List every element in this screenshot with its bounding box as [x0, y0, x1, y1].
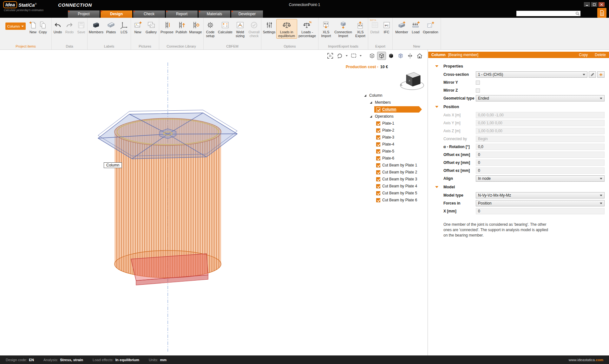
tab-project[interactable]: Project [68, 10, 100, 18]
settings-button[interactable]: Settings [262, 19, 276, 35]
tree-item-plate-5[interactable]: Plate-5 [362, 148, 428, 155]
status-load-effects[interactable]: Load effects:In equilibrium [93, 358, 139, 362]
new-load-button[interactable]: Load [410, 19, 422, 35]
manage-button[interactable]: Manage [189, 19, 203, 35]
expander-icon[interactable] [370, 115, 372, 118]
base-plate-red[interactable] [131, 254, 208, 285]
expander-icon[interactable] [370, 101, 372, 104]
propose-button[interactable]: Propose [160, 19, 174, 35]
checkbox-checked-icon[interactable] [376, 121, 380, 126]
gallery-button[interactable]: Gallery [144, 19, 158, 35]
geometrical-type-select[interactable]: Ended [476, 95, 605, 101]
weld-sizing-button[interactable]: Weld sizing [233, 19, 247, 38]
mirror-y-checkbox[interactable] [476, 81, 480, 85]
tab-report[interactable]: Report [166, 10, 198, 18]
detail-export-button[interactable]: BETA Detail [369, 19, 381, 35]
status-units[interactable]: Units:mm [149, 358, 167, 362]
xls-import-button[interactable]: XLS XLS Import [319, 19, 333, 38]
new-project-item-button[interactable]: New [28, 19, 38, 35]
checkbox-checked-icon[interactable] [376, 156, 380, 160]
section-properties[interactable]: Properties [435, 62, 609, 71]
tab-design[interactable]: Design [101, 10, 132, 18]
collapse-arrow-icon[interactable] [435, 106, 438, 108]
tab-developer[interactable]: Developer [231, 10, 263, 18]
status-analysis[interactable]: Analysis:Stress, strain [43, 358, 83, 362]
search-icon[interactable] [574, 11, 580, 16]
delete-member-button[interactable]: Delete [595, 53, 606, 57]
overall-check-button[interactable]: Overall check [247, 19, 261, 38]
selection-highlight[interactable]: Column [374, 106, 422, 113]
copy-project-item-button[interactable]: Copy [38, 19, 48, 35]
solid-view-button[interactable] [387, 52, 395, 60]
checkbox-checked-icon[interactable] [376, 198, 380, 202]
cross-section-select[interactable]: 1 - CHS (CHS) [476, 71, 587, 78]
checkbox-checked-icon[interactable] [376, 149, 380, 153]
x-position-field[interactable]: 0 [476, 208, 605, 214]
publish-button[interactable]: Publish [174, 19, 188, 35]
loads-in-equilibrium-button[interactable]: Loads in equilibrium [277, 19, 297, 38]
close-button[interactable] [599, 2, 605, 7]
code-setup-button[interactable]: Code setup [204, 19, 217, 38]
wireframe-view-button[interactable] [368, 52, 376, 60]
tree-item-plate-3[interactable]: Plate-3 [362, 134, 428, 141]
home-view-button[interactable] [416, 52, 424, 60]
shaded-edges-view-button[interactable] [377, 52, 386, 60]
tree-item-plate-6[interactable]: Plate-6 [362, 155, 428, 162]
collapse-arrow-icon[interactable] [435, 65, 438, 67]
expander-icon[interactable] [364, 94, 366, 97]
section-position[interactable]: Position [435, 102, 609, 111]
maximize-button[interactable] [591, 2, 597, 7]
new-operation-button[interactable]: Operation [422, 19, 439, 35]
search-input[interactable] [516, 11, 574, 16]
rotate-view-button[interactable] [336, 52, 344, 60]
ifc-export-button[interactable]: IFC IFC [381, 19, 392, 35]
rotation-field[interactable]: 0,0 [476, 144, 605, 150]
minimize-button[interactable] [584, 2, 590, 7]
tree-item-cut-beam-4[interactable]: Cut Beam by Plate 4 [362, 183, 428, 190]
checkbox-checked-icon[interactable] [376, 177, 380, 181]
tree-item-column-selected[interactable]: Column [362, 106, 428, 113]
align-select[interactable]: In node [476, 175, 605, 182]
tree-item-plate-2[interactable]: Plate-2 [362, 127, 428, 134]
checkbox-checked-icon[interactable] [376, 170, 380, 174]
column-label-tag[interactable]: Column [104, 162, 122, 168]
redo-button[interactable]: Redo [64, 19, 75, 35]
3d-viewport[interactable]: Production cost -10 € Column [0, 50, 428, 355]
tree-item-plate-1[interactable]: Plate-1 [362, 120, 428, 127]
checkbox-checked-icon[interactable] [376, 184, 380, 188]
model-type-select[interactable]: N-Vy-Vz-Mx-My-Mz [476, 192, 605, 198]
calculate-button[interactable]: Calculate [217, 19, 233, 35]
copy-member-button[interactable]: Copy [579, 53, 588, 57]
chevron-down-icon[interactable] [360, 55, 362, 56]
tree-node-root[interactable]: Column [362, 92, 428, 99]
tab-check[interactable]: Check [133, 10, 165, 18]
tree-item-plate-4[interactable]: Plate-4 [362, 141, 428, 148]
website-link[interactable]: www.ideastatica.com [569, 358, 603, 362]
undo-button[interactable]: Undo [52, 19, 63, 35]
plates-labels-button[interactable]: Plates [104, 19, 118, 35]
collapse-arrow-icon[interactable] [435, 186, 438, 188]
mirror-z-checkbox[interactable] [476, 88, 480, 93]
tree-item-cut-beam-5[interactable]: Cut Beam by Plate 5 [362, 190, 428, 197]
checkbox-checked-icon[interactable] [376, 191, 380, 195]
zoom-extents-button[interactable] [326, 52, 334, 60]
add-cross-section-button[interactable] [597, 71, 605, 78]
project-item-selector[interactable]: Column [5, 23, 26, 30]
chevron-down-icon[interactable] [346, 55, 348, 56]
forces-in-select[interactable]: Position [476, 200, 605, 206]
tree-root-label[interactable]: Column [369, 93, 382, 98]
checkbox-checked-icon[interactable] [376, 107, 380, 112]
tree-item-cut-beam-1[interactable]: Cut Beam by Plate 1 [362, 162, 428, 169]
offset-ex-field[interactable]: 0 [476, 152, 605, 158]
edit-cross-section-button[interactable] [589, 71, 596, 78]
new-member-button[interactable]: Member [394, 19, 409, 35]
xls-export-button[interactable]: XLS XLS Export [353, 19, 367, 38]
transparent-view-button[interactable] [396, 52, 405, 60]
tree-item-cut-beam-3[interactable]: Cut Beam by Plate 3 [362, 176, 428, 183]
info-button[interactable] [597, 8, 606, 18]
status-design-code[interactable]: Design code:EN [6, 358, 34, 362]
search-box[interactable] [516, 11, 580, 16]
section-model[interactable]: Model [435, 183, 609, 192]
offset-ey-field[interactable]: 0 [476, 159, 605, 166]
loads-percentage-button[interactable]: % Loads - percentage [297, 19, 318, 38]
